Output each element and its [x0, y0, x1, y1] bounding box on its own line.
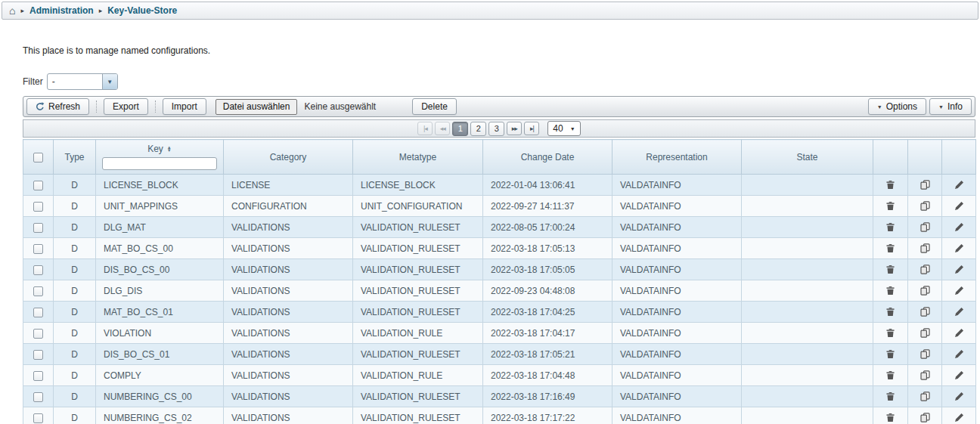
options-dropdown-button[interactable]: ▼ Options: [868, 98, 926, 115]
row-checkbox[interactable]: [33, 244, 43, 254]
row-checkbox[interactable]: [33, 329, 43, 339]
row-checkbox[interactable]: [33, 308, 43, 317]
breadcrumb-administration[interactable]: Administration: [29, 5, 94, 16]
delete-row-button[interactable]: [885, 370, 897, 382]
delete-row-button[interactable]: [885, 200, 897, 212]
row-select-cell: [23, 302, 54, 323]
breadcrumb-key-value-store[interactable]: Key-Value-Store: [107, 5, 177, 16]
cell-type: D: [54, 238, 96, 259]
delete-row-button[interactable]: [885, 412, 897, 424]
copy-row-button[interactable]: [919, 391, 931, 403]
delete-button[interactable]: Delete: [412, 98, 457, 115]
edit-row-button[interactable]: [953, 348, 965, 361]
edit-row-button[interactable]: [953, 243, 965, 255]
breadcrumb: ⌂ ▸ Administration ▸ Key-Value-Store: [2, 2, 978, 20]
row-edit-cell: [942, 407, 976, 424]
row-checkbox[interactable]: [33, 413, 43, 423]
copy-row-button[interactable]: [919, 306, 931, 318]
copy-row-button[interactable]: [919, 179, 931, 191]
cell-change-date: 2022-08-05 17:00:24: [483, 217, 612, 238]
page-1-button[interactable]: 1: [452, 122, 468, 136]
copy-row-button[interactable]: [919, 348, 931, 361]
cell-key: NUMBERING_CS_00: [96, 386, 224, 407]
copy-row-button[interactable]: [919, 243, 931, 255]
delete-row-button[interactable]: [885, 348, 897, 361]
delete-row-button[interactable]: [885, 264, 897, 276]
row-delete-cell: [873, 259, 908, 280]
edit-row-button[interactable]: [953, 221, 965, 234]
page-3-button[interactable]: 3: [488, 122, 504, 136]
table-row: D COMPLY VALIDATIONS VALIDATION_RULE 202…: [23, 365, 976, 386]
edit-row-button[interactable]: [953, 285, 965, 297]
next-page-icon: ▸▸: [512, 125, 517, 132]
row-delete-cell: [873, 344, 908, 365]
delete-row-button[interactable]: [885, 327, 897, 339]
row-copy-cell: [908, 407, 942, 424]
import-button-label: Import: [172, 101, 197, 112]
first-page-icon: |◂: [423, 125, 427, 132]
breadcrumb-chevron-icon: ▸: [20, 7, 24, 14]
copy-row-button[interactable]: [919, 370, 931, 382]
row-checkbox[interactable]: [33, 350, 43, 360]
edit-row-button[interactable]: [953, 200, 965, 212]
cell-metatype: UNIT_CONFIGURATION: [353, 196, 483, 217]
cell-key: DIS_BO_CS_01: [96, 344, 224, 365]
row-checkbox[interactable]: [33, 181, 43, 190]
first-page-button[interactable]: |◂: [417, 122, 433, 135]
info-dropdown-button[interactable]: ▼ Info: [929, 98, 972, 115]
row-select-cell: [23, 196, 54, 217]
edit-row-button[interactable]: [953, 412, 965, 424]
row-checkbox[interactable]: [33, 223, 43, 233]
filter-dropdown-arrow-button[interactable]: ▼: [102, 74, 117, 89]
home-icon[interactable]: ⌂: [9, 5, 15, 16]
copy-row-button[interactable]: [919, 200, 931, 212]
filter-dropdown[interactable]: - ▼: [47, 73, 118, 90]
cell-change-date: 2022-09-27 14:11:37: [483, 196, 612, 217]
cell-category: VALIDATIONS: [224, 407, 353, 424]
copy-row-button[interactable]: [919, 221, 931, 234]
import-button[interactable]: Import: [163, 98, 206, 115]
row-edit-cell: [942, 217, 976, 238]
edit-row-button[interactable]: [953, 306, 965, 318]
select-all-checkbox[interactable]: [33, 153, 43, 162]
edit-row-button[interactable]: [953, 327, 965, 339]
delete-row-button[interactable]: [885, 306, 897, 318]
delete-row-button[interactable]: [885, 391, 897, 403]
prev-page-button[interactable]: ◂◂: [435, 122, 450, 135]
cell-representation: VALDATAINFO: [612, 280, 742, 302]
last-page-button[interactable]: ▸|: [524, 122, 539, 135]
page-2-button[interactable]: 2: [470, 122, 486, 136]
delete-row-button[interactable]: [885, 179, 897, 191]
copy-row-button[interactable]: [919, 285, 931, 297]
next-page-button[interactable]: ▸▸: [507, 122, 522, 135]
page-size-select[interactable]: 40 ▼: [547, 121, 580, 136]
cell-state: [742, 175, 873, 196]
cell-type: D: [54, 175, 96, 196]
edit-row-button[interactable]: [953, 391, 965, 403]
row-checkbox[interactable]: [33, 392, 43, 402]
copy-row-button[interactable]: [919, 327, 931, 339]
cell-change-date: 2022-03-18 17:04:25: [483, 302, 612, 323]
cell-metatype: VALIDATION_RULESET: [353, 344, 483, 365]
col-header-type: Type: [54, 140, 96, 175]
file-choose-button[interactable]: Datei auswählen: [216, 99, 298, 115]
row-checkbox[interactable]: [33, 202, 43, 212]
copy-row-button[interactable]: [919, 264, 931, 276]
row-checkbox[interactable]: [33, 265, 43, 275]
cell-representation: VALDATAINFO: [612, 407, 742, 424]
key-filter-input[interactable]: [102, 157, 217, 170]
delete-row-button[interactable]: [885, 285, 897, 297]
row-checkbox[interactable]: [33, 286, 43, 296]
cell-representation: VALDATAINFO: [612, 175, 742, 196]
delete-row-button[interactable]: [885, 243, 897, 255]
refresh-button[interactable]: Refresh: [26, 98, 89, 115]
cell-category: VALIDATIONS: [224, 280, 353, 302]
edit-row-button[interactable]: [953, 370, 965, 382]
delete-row-button[interactable]: [885, 221, 897, 234]
copy-row-button[interactable]: [919, 412, 931, 424]
row-checkbox[interactable]: [33, 371, 43, 381]
export-button[interactable]: Export: [104, 98, 148, 115]
edit-row-button[interactable]: [953, 264, 965, 276]
col-header-key[interactable]: Key ▲▼: [96, 140, 224, 175]
edit-row-button[interactable]: [953, 179, 965, 191]
